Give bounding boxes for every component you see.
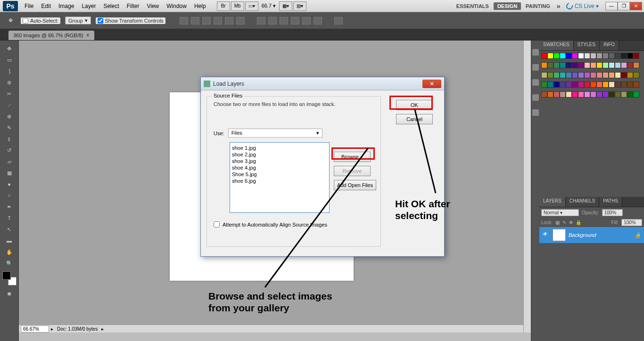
extras-btn[interactable]: ▤▾ [293, 1, 306, 11]
file-item[interactable]: shoe 2.jpg [232, 151, 327, 158]
ok-button[interactable]: OK [396, 100, 433, 110]
swatch[interactable] [553, 91, 560, 97]
swatch[interactable] [633, 72, 639, 78]
blend-mode-select[interactable]: Normal ▾ [541, 209, 579, 216]
swatch[interactable] [615, 81, 621, 88]
swatch[interactable] [627, 91, 633, 97]
show-transform-check[interactable]: Show Transform Controls [96, 17, 165, 24]
tab-channels[interactable]: CHANNELS [566, 197, 599, 207]
panel-icon[interactable] [532, 49, 539, 56]
panel-icon[interactable] [532, 94, 539, 101]
swatch[interactable] [621, 62, 627, 68]
swatch[interactable] [541, 53, 547, 59]
menu-filter[interactable]: Filter [123, 3, 143, 9]
quick-select-tool[interactable]: ⊛ [3, 77, 16, 88]
align-icon[interactable] [214, 17, 222, 24]
swatch[interactable] [553, 72, 560, 78]
swatch[interactable] [541, 62, 547, 68]
workspace-design[interactable]: DESIGN [494, 2, 521, 10]
eyedropper-tool[interactable]: ⟋ [3, 100, 16, 110]
panel-icon[interactable] [532, 79, 539, 86]
gradient-tool[interactable]: ▦ [3, 168, 16, 178]
zoom-display[interactable]: 66.7 ▾ [259, 3, 279, 9]
swatch[interactable] [572, 62, 578, 68]
swatch[interactable] [596, 62, 603, 68]
history-brush-tool[interactable]: ↺ [3, 145, 16, 155]
swatch[interactable] [541, 91, 547, 97]
align-icon[interactable] [180, 17, 188, 24]
swatch[interactable] [615, 91, 621, 97]
swatch[interactable] [590, 53, 596, 59]
use-select[interactable]: Files▾ [228, 129, 322, 138]
swatch[interactable] [609, 62, 615, 68]
swatch[interactable] [547, 81, 553, 88]
swatch[interactable] [584, 53, 590, 59]
swatch[interactable] [596, 81, 603, 88]
swatch[interactable] [633, 91, 639, 97]
swatch[interactable] [566, 62, 572, 68]
align-icon[interactable] [191, 17, 199, 24]
swatch[interactable] [590, 81, 596, 88]
swatch[interactable] [584, 81, 590, 88]
swatch[interactable] [603, 72, 609, 78]
swatch[interactable] [566, 53, 572, 59]
swatch[interactable] [541, 72, 547, 78]
swatch[interactable] [584, 72, 590, 78]
workspace-painting[interactable]: PAINTING [522, 2, 554, 10]
screen-btn[interactable]: ▭▾ [245, 1, 258, 11]
swatch[interactable] [547, 53, 553, 59]
eraser-tool[interactable]: ▱ [3, 156, 16, 167]
dialog-titlebar[interactable]: Load Layers ✕ [201, 77, 444, 90]
swatch[interactable] [578, 81, 584, 88]
swatch[interactable] [621, 91, 627, 97]
swatch[interactable] [547, 72, 553, 78]
menu-view[interactable]: View [143, 3, 163, 9]
tab-swatches[interactable]: SWATCHES [539, 41, 574, 50]
swatch[interactable] [578, 91, 584, 97]
path-tool[interactable]: ↖ [3, 224, 16, 235]
swatch[interactable] [633, 62, 639, 68]
swatch[interactable] [566, 72, 572, 78]
swatch[interactable] [560, 72, 566, 78]
swatch[interactable] [560, 81, 566, 88]
swatch[interactable] [578, 72, 584, 78]
menu-file[interactable]: File [21, 3, 37, 9]
swatch[interactable] [609, 91, 615, 97]
browse-button[interactable]: Browse... [334, 152, 371, 162]
distribute-icon[interactable] [268, 17, 277, 24]
swatch[interactable] [541, 81, 547, 88]
shape-tool[interactable]: ▬ [3, 235, 16, 246]
bridge-btn[interactable]: Br [217, 1, 230, 11]
swatch[interactable] [603, 91, 609, 97]
minibridge-btn[interactable]: Mb [231, 1, 244, 11]
swatch[interactable] [572, 81, 578, 88]
file-list[interactable]: shoe 1.jpgshoe 2.jpgshoe 3.jpgshoe 4.jpg… [230, 142, 330, 213]
swatch[interactable] [627, 62, 633, 68]
lasso-tool[interactable]: ⟆ [3, 66, 16, 76]
menu-select[interactable]: Select [99, 3, 123, 9]
distribute-icon[interactable] [280, 17, 288, 24]
foreground-color[interactable] [2, 271, 11, 280]
zoom-tool[interactable]: 🔍 [3, 258, 16, 268]
arrange-btn[interactable]: ▦▾ [279, 1, 292, 11]
swatch[interactable] [547, 62, 553, 68]
cslive-btn[interactable]: CS Live ▾ [563, 3, 602, 9]
tab-paths[interactable]: PATHS [599, 197, 622, 207]
swatch[interactable] [553, 62, 560, 68]
file-item[interactable]: shoe 6.jpg [232, 178, 327, 184]
tab-layers[interactable]: LAYERS [539, 197, 566, 207]
swatch[interactable] [621, 53, 627, 59]
crop-tool[interactable]: ✂ [3, 89, 16, 99]
scrollbar-vertical[interactable] [523, 41, 531, 333]
swatch[interactable] [547, 91, 553, 97]
file-item[interactable]: shoe 3.jpg [232, 158, 327, 164]
swatch[interactable] [609, 72, 615, 78]
swatch[interactable] [596, 72, 603, 78]
panel-icon[interactable] [532, 64, 539, 71]
dialog-close-button[interactable]: ✕ [422, 80, 441, 88]
hand-tool[interactable]: ✋ [3, 247, 16, 257]
swatch[interactable] [584, 91, 590, 97]
swatch[interactable] [603, 53, 609, 59]
swatch[interactable] [615, 53, 621, 59]
swatch[interactable] [615, 72, 621, 78]
